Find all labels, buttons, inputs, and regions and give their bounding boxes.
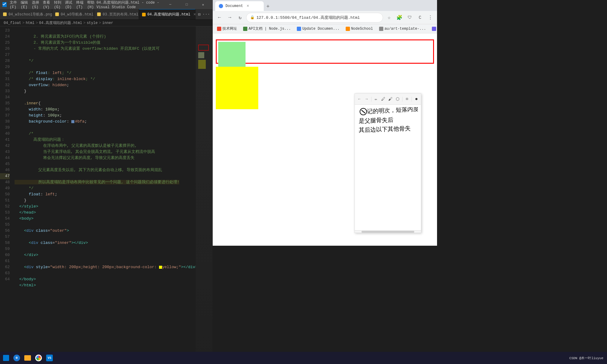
menu-help[interactable]: 帮助(H) [87, 0, 94, 9]
extension-icon[interactable]: 🧩 [395, 13, 404, 22]
bookmark-icon-2 [297, 27, 301, 31]
taskbar-right: CSDN @木一叶liuyue [569, 356, 606, 360]
menu-debug[interactable]: 调试(D) [65, 0, 72, 9]
svg-text:其后边以下其他骨失: 其后边以下其他骨失 [359, 125, 411, 133]
handwriting-svg: 记的明次，短落内度 是父腿骨失后 其后边以下其他骨失 [357, 107, 418, 143]
breadcrumb: 04_float > html > 04.高度塌陷的问题.html > styl… [0, 20, 212, 26]
menu-file[interactable]: 文件(F) [10, 0, 17, 9]
bookmark-icon-0 [217, 27, 221, 31]
lock-icon: 🔒 [250, 15, 255, 20]
bookmark-label-0: 技术网址 [222, 26, 237, 31]
ie-icon: e [13, 355, 20, 361]
minimap [196, 26, 212, 357]
taskbar-folder[interactable] [22, 352, 33, 363]
taskbar-vscode[interactable]: VS [44, 352, 55, 363]
note-pen-btn[interactable]: ✏️ [373, 96, 379, 103]
window-controls: ─ □ ✕ [163, 0, 210, 9]
browser-tab-close[interactable]: × [247, 4, 249, 8]
bookmark-icon-1 [243, 27, 247, 31]
bc-sep1: > [22, 21, 25, 25]
tab-label-2: 03.页页的布局.html [103, 12, 138, 17]
url-text: 127.0.0.1:5500/04_float/04.高度塌陷的问题.html [256, 15, 360, 20]
bookmark-2[interactable]: Update Documen... [295, 26, 341, 32]
menu-edit[interactable]: 编辑(E) [21, 0, 28, 9]
note-color-black[interactable]: ● [413, 96, 420, 103]
code-area[interactable]: 2. 将元素设置为IFC行内元素 (个排行) 2. 将元素设置为一个非Visib… [12, 26, 196, 357]
bookmark-label-1: API文档 | Node.js... [249, 26, 291, 31]
line-numbers: 2324252627 2829303132 3334353637 3839404… [0, 26, 12, 357]
svg-line-1 [361, 110, 365, 113]
note-content[interactable]: 记的明次，短落内度 是父腿骨失后 其后边以下其他骨失 [355, 105, 421, 230]
bc-2: html [26, 21, 35, 25]
note-scrollbar[interactable] [355, 230, 421, 233]
close-button[interactable]: ✕ [196, 0, 210, 9]
split-editor-icon[interactable]: ⊟ [198, 12, 200, 17]
taskbar-start[interactable] [1, 352, 11, 363]
bookmark-0[interactable]: 技术网址 [215, 25, 239, 32]
note-panel: ← → ✏️ 🖊 🖌 ⬡ ⊡ ● 记的明次，短落内度 是父腿骨失后 其后边以下其… [354, 93, 421, 233]
bookmark-icon-4 [379, 27, 383, 31]
tab-3[interactable]: 04.高度塌陷的问题.html × [139, 9, 196, 19]
vscode-window: 文件(F) 编辑(E) 选择(S) 查看(V) 转到(G) 调试(D) 终端(T… [0, 0, 212, 364]
tab-1[interactable]: 04_w3导航条.html [52, 9, 94, 19]
note-highlighter-btn[interactable]: 🖌 [387, 96, 394, 103]
menu-view[interactable]: 查看(V) [43, 0, 50, 9]
minimize-button[interactable]: ─ [163, 0, 177, 9]
tab-label-0: 04_w3school导航条.png [8, 12, 52, 17]
note-scroll-thumb[interactable] [361, 231, 414, 233]
note-marker-btn[interactable]: 🖊 [380, 96, 387, 103]
forward-button[interactable]: → [226, 13, 234, 22]
bc-5: inner [102, 21, 113, 25]
ublock-icon[interactable]: 🛡 [405, 13, 414, 22]
csdn-icon[interactable]: C [416, 13, 424, 22]
toolbar-divider-1 [371, 97, 371, 102]
bookmarks-bar: 技术网址 API文档 | Node.js... Update Documen..… [213, 24, 437, 33]
tab-2[interactable]: 03.页页的布局.html [94, 9, 139, 19]
tab-icon-3 [142, 13, 146, 16]
note-back-btn[interactable]: ← [356, 96, 363, 103]
bookmark-label-2: Update Documen... [302, 27, 339, 31]
url-bar[interactable]: 🔒 127.0.0.1:5500/04_float/04.高度塌陷的问题.htm… [246, 13, 383, 22]
menu-terminal[interactable]: 终端(T) [76, 0, 83, 9]
note-select-btn[interactable]: ⊡ [404, 96, 410, 103]
tab-icon-1 [55, 12, 59, 16]
svg-text:是父腿骨失后: 是父腿骨失后 [359, 116, 393, 124]
more-icon[interactable]: ··· [202, 12, 210, 17]
taskbar: e VS CSDN @木一叶liuyue [0, 352, 607, 364]
tab-icon-0 [3, 12, 7, 16]
note-toolbar: ← → ✏️ 🖊 🖌 ⬡ ⊡ ● [355, 94, 421, 105]
menu-select[interactable]: 选择(S) [32, 0, 39, 9]
taskbar-ie[interactable]: e [12, 352, 22, 363]
titlebar: 文件(F) 编辑(E) 选择(S) 查看(V) 转到(G) 调试(D) 终端(T… [0, 0, 212, 9]
bookmark-5[interactable]: Website Template... [430, 26, 437, 32]
tab-0[interactable]: 04_w3school导航条.png [0, 9, 52, 19]
code-editor[interactable]: 2324252627 2829303132 3334353637 3839404… [0, 26, 212, 357]
browser-tab-active[interactable]: Document × [215, 1, 264, 11]
note-eraser-btn[interactable]: ⬡ [394, 96, 401, 103]
bc-4: style [87, 21, 98, 25]
bookmark-icon-3 [346, 27, 350, 31]
browser-tab-label: Document [226, 4, 243, 8]
note-forward-btn[interactable]: → [363, 96, 370, 103]
settings-icon[interactable]: ⋮ [426, 13, 435, 22]
taskbar-chrome[interactable] [33, 352, 44, 363]
menu-bar[interactable]: 文件(F) 编辑(E) 选择(S) 查看(V) 转到(G) 调试(D) 终端(T… [10, 0, 95, 9]
back-button[interactable]: ← [215, 13, 224, 22]
tab-label-3: 04.高度塌陷的问题.html [148, 12, 191, 17]
vscode-taskbar-icon: VS [46, 355, 53, 361]
bookmark-4[interactable]: au/art-template-... [377, 26, 428, 32]
menu-goto[interactable]: 转到(G) [54, 0, 61, 9]
toolbar-divider-3 [412, 97, 412, 102]
tab-label-1: 04_w3导航条.html [61, 12, 93, 17]
bookmark-icon[interactable]: ☆ [385, 13, 393, 22]
maximize-button[interactable]: □ [180, 0, 194, 9]
bc-3: 04.高度塌陷的问题.html [39, 20, 82, 25]
browser-favicon [219, 4, 223, 8]
bookmark-3[interactable]: NodeSchool [344, 26, 375, 32]
bookmark-1[interactable]: API文档 | Node.js... [241, 25, 293, 32]
new-tab-button[interactable]: + [264, 2, 272, 11]
folder-icon [24, 355, 31, 361]
bc-sep3: > [83, 21, 85, 25]
bookmark-label-4: au/art-template-... [385, 27, 426, 31]
reload-button[interactable]: ↻ [236, 13, 244, 22]
